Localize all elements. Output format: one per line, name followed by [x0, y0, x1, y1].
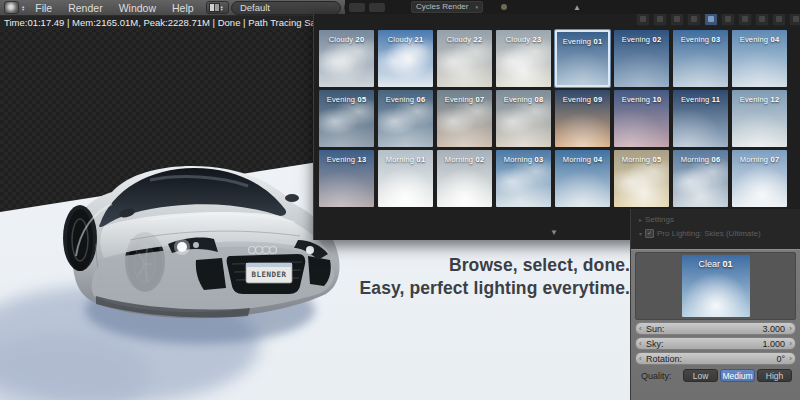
menu-window[interactable]: Window: [111, 2, 164, 14]
properties-tab-icon[interactable]: [772, 12, 786, 26]
thumbnail-label: Cloudy 21: [378, 35, 433, 44]
thumbnail-label: Morning 07: [732, 155, 787, 164]
sky-thumbnail[interactable]: Morning 01: [378, 150, 433, 207]
thumbnail-label: Morning 04: [555, 155, 610, 164]
license-plate: BLENDER: [246, 263, 292, 283]
layout-updown-icon: ▴▾: [221, 5, 223, 11]
sky-thumbnail[interactable]: Evening 04: [732, 30, 787, 87]
sky-slider[interactable]: ‹ Sky: 1.000 ›: [635, 337, 796, 350]
sky-thumbnail[interactable]: Morning 03: [496, 150, 551, 207]
sky-browser-popup: Cloudy 20Cloudy 21Cloudy 22Cloudy 23Even…: [313, 14, 800, 240]
properties-tab-icon[interactable]: [789, 12, 800, 26]
sky-thumbnail[interactable]: Evening 08: [496, 90, 551, 147]
properties-tab-icon[interactable]: [636, 12, 650, 26]
sky-thumbnail[interactable]: Cloudy 21: [378, 30, 433, 87]
screen-layout-icon[interactable]: ▴▾: [206, 1, 229, 14]
panel-main: Clear 01 ‹ Sun: 3.000 › ‹ Sky: 1.000 › ‹…: [631, 249, 800, 400]
settings-header-label: Settings: [645, 215, 674, 224]
sky-thumbnail[interactable]: Evening 10: [614, 90, 669, 147]
thumbnail-label: Evening 07: [437, 95, 492, 104]
properties-tab-icon[interactable]: [687, 12, 701, 26]
thumbnail-label: Evening 05: [319, 95, 374, 104]
quality-high-button[interactable]: High: [757, 369, 792, 382]
sky-thumbnail[interactable]: Evening 11: [673, 90, 728, 147]
sky-thumbnail-selected[interactable]: Evening 01: [555, 30, 610, 87]
addon-checkbox[interactable]: ✓: [645, 229, 654, 238]
selected-sky-preview[interactable]: Clear 01: [682, 255, 750, 317]
thumbnail-label: Evening 08: [496, 95, 551, 104]
sky-thumbnail[interactable]: Evening 06: [378, 90, 433, 147]
scroll-down-arrow[interactable]: ▼: [550, 228, 558, 237]
properties-tab-icon[interactable]: [738, 12, 752, 26]
menu-render[interactable]: Render: [60, 2, 110, 14]
sky-thumbnail[interactable]: Cloudy 22: [437, 30, 492, 87]
render-engine-label: Cycles Render: [416, 2, 468, 12]
addon-header-label: Pro Lighting: Skies (Ultimate): [657, 229, 761, 238]
thumbnail-label: Evening 06: [378, 95, 433, 104]
rotation-slider[interactable]: ‹ Rotation: 0° ›: [635, 352, 796, 365]
quality-medium-button[interactable]: Medium: [720, 369, 755, 382]
pin-icon[interactable]: [501, 4, 507, 10]
addon-panel-header[interactable]: ▾ ✓ Pro Lighting: Skies (Ultimate): [639, 226, 800, 240]
sky-preview-box: Clear 01: [635, 252, 796, 320]
slider-left-arrow[interactable]: ‹: [639, 323, 642, 334]
scroll-up-arrow[interactable]: ▲: [573, 3, 581, 12]
sky-thumbnail[interactable]: Morning 05: [614, 150, 669, 207]
slider-right-arrow[interactable]: ›: [789, 323, 792, 334]
sky-thumbnail[interactable]: Evening 09: [555, 90, 610, 147]
sky-thumbnail[interactable]: Evening 02: [614, 30, 669, 87]
chevron-down-icon: ▾: [475, 2, 478, 12]
sky-thumbnail[interactable]: Morning 04: [555, 150, 610, 207]
sky-slider-label: Sky:: [646, 339, 664, 349]
header-button[interactable]: [349, 3, 365, 12]
properties-tab-icon[interactable]: [670, 12, 684, 26]
thumbnail-label: Morning 02: [437, 155, 492, 164]
thumbnail-label: Evening 10: [614, 95, 669, 104]
sky-thumbnail[interactable]: Evening 05: [319, 90, 374, 147]
header-button[interactable]: [369, 3, 385, 12]
sky-thumbnail[interactable]: Cloudy 23: [496, 30, 551, 87]
properties-tab-icon[interactable]: [653, 12, 667, 26]
slider-right-arrow[interactable]: ›: [789, 353, 792, 364]
quality-low-button[interactable]: Low: [683, 369, 718, 382]
menu-help[interactable]: Help: [164, 2, 202, 14]
properties-tab-icon[interactable]: [721, 12, 735, 26]
popup-header: Cycles Render ▾ ▲: [345, 0, 800, 14]
sun-slider-label: Sun:: [646, 324, 665, 334]
thumbnail-label: Evening 04: [732, 35, 787, 44]
thumbnail-label: Morning 01: [378, 155, 433, 164]
thumbnail-label: Morning 05: [614, 155, 669, 164]
sun-slider-value: 3.000: [762, 324, 785, 334]
settings-panel-header[interactable]: ▸ Settings: [639, 212, 800, 226]
info-editor-icon[interactable]: [4, 1, 19, 14]
render-engine-dropdown[interactable]: Cycles Render ▾: [411, 1, 483, 13]
thumbnail-label: Cloudy 20: [319, 35, 374, 44]
menu-file[interactable]: File: [27, 2, 60, 14]
screen-layout-field[interactable]: Default: [231, 1, 341, 15]
editor-updown-icon: ▴▾: [22, 5, 24, 11]
sky-slider-value: 1.000: [762, 339, 785, 349]
sun-slider[interactable]: ‹ Sun: 3.000 ›: [635, 322, 796, 335]
properties-panel: ▸ Settings ▾ ✓ Pro Lighting: Skies (Ulti…: [630, 209, 800, 400]
sky-thumbnail[interactable]: Evening 13: [319, 150, 374, 207]
thumbnail-label: Evening 01: [557, 37, 608, 46]
tagline: Browse, select, done. Easy, perfect ligh…: [360, 254, 630, 300]
slider-left-arrow[interactable]: ‹: [639, 338, 642, 349]
layout-grid-icon: [209, 3, 220, 12]
quality-row: Quality: Low Medium High: [635, 369, 796, 382]
sky-thumbnail[interactable]: Evening 07: [437, 90, 492, 147]
sky-thumbnail[interactable]: Morning 07: [732, 150, 787, 207]
sky-thumbnail[interactable]: Morning 02: [437, 150, 492, 207]
slider-right-arrow[interactable]: ›: [789, 338, 792, 349]
properties-tab-icon[interactable]: [755, 12, 769, 26]
properties-tab-icon[interactable]: [704, 12, 718, 26]
sky-thumbnail[interactable]: Cloudy 20: [319, 30, 374, 87]
slider-left-arrow[interactable]: ‹: [639, 353, 642, 364]
preview-label: Clear 01: [682, 259, 750, 269]
sky-thumbnail[interactable]: Evening 03: [673, 30, 728, 87]
rotation-slider-value: 0°: [776, 354, 785, 364]
sky-thumbnail-grid: Cloudy 20Cloudy 21Cloudy 22Cloudy 23Even…: [314, 14, 800, 207]
sky-thumbnail[interactable]: Evening 12: [732, 90, 787, 147]
quality-label: Quality:: [641, 371, 683, 381]
sky-thumbnail[interactable]: Morning 06: [673, 150, 728, 207]
